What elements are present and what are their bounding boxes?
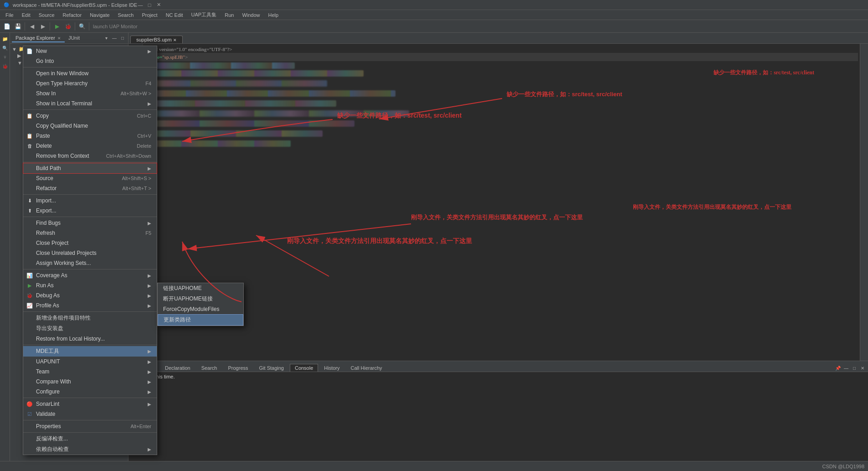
bottom-panel-minimize[interactable]: — (842, 364, 850, 372)
toolbar-new[interactable]: 📄 (2, 21, 12, 31)
ctx-copy[interactable]: 📋 Copy Ctrl+C (23, 111, 157, 121)
ctx-show-in[interactable]: Show In Alt+Shift+W > (23, 88, 157, 98)
ctx-show-local-terminal[interactable]: Show in Local Terminal ▶ (23, 98, 157, 109)
toolbar-search[interactable]: 🔍 (77, 21, 87, 31)
ctx-copy-qualified[interactable]: Copy Qualified Name (23, 121, 157, 131)
ctx-go-into[interactable]: Go Into (23, 56, 157, 66)
window-title: workspace - ttt/META-INF/supplierBS.upm … (13, 2, 137, 8)
maximize-button[interactable]: □ (146, 2, 153, 8)
menu-search[interactable]: Search (114, 11, 138, 19)
tab-junit[interactable]: JUnit (65, 34, 83, 42)
ctx-open-new-window[interactable]: Open in New Window (23, 68, 157, 78)
tab-git-staging[interactable]: Git Staging (254, 364, 289, 372)
panel-header: Package Explorer ✕ JUnit ▾ — □ (10, 33, 128, 44)
ctx-mde-tools[interactable]: MDE工具 ▶ (23, 346, 157, 357)
bottom-panel-maximize[interactable]: □ (851, 364, 858, 372)
ctx-export-disk[interactable]: 导出安装盘 (23, 323, 157, 334)
ctx-properties[interactable]: Properties Alt+Enter (23, 421, 157, 431)
activity-search[interactable]: 🔍 (1, 44, 9, 52)
ctx-uapunit[interactable]: UAPUNIT ▶ (23, 357, 157, 367)
toolbar-run[interactable]: ▶ (52, 21, 62, 31)
ctx-new-biz-component[interactable]: 新增业务组件项目特性 (23, 313, 157, 323)
menu-project[interactable]: Project (138, 11, 161, 19)
close-button[interactable]: ✕ (155, 2, 162, 8)
ctx-sep-7 (23, 311, 157, 312)
ctx-team[interactable]: Team ▶ (23, 367, 157, 377)
tab-search[interactable]: Search (196, 364, 222, 372)
activity-debug[interactable]: 🐞 (1, 62, 9, 70)
ctx-close-project[interactable]: Close Project (23, 238, 157, 248)
ctx-remove-context[interactable]: Remove from Context Ctrl+Alt+Shift+Down (23, 151, 157, 161)
ctx-sonarlint[interactable]: 🔴 SonarLint ▶ (23, 399, 157, 409)
code-line-5 (145, 80, 858, 88)
ctx-open-type-hierarchy[interactable]: Open Type Hierarchy F4 (23, 78, 157, 88)
close-editor-tab[interactable]: ✕ (173, 38, 177, 42)
ctx-delete[interactable]: 🗑 Delete Delete (23, 141, 157, 151)
menu-refactor[interactable]: Refactor (59, 11, 86, 19)
bottom-panel-close[interactable]: ✕ (859, 364, 866, 372)
ctx-decompile-check[interactable]: 反编译检查... (23, 434, 157, 444)
tab-call-hierarchy[interactable]: Call Hierarchy (346, 364, 387, 372)
ctx-refresh[interactable]: Refresh F5 (23, 228, 157, 238)
menu-run[interactable]: Run (221, 11, 237, 19)
window-controls[interactable]: — □ ✕ (137, 2, 162, 8)
menu-uap-tools[interactable]: UAP工具集 (188, 10, 221, 19)
toolbar-save[interactable]: 💾 (13, 21, 23, 31)
tab-progress[interactable]: Progress (223, 364, 253, 372)
ctx-coverage-as[interactable]: 📊 Coverage As ▶ (23, 270, 157, 280)
menu-window[interactable]: Window (238, 11, 263, 19)
menu-edit[interactable]: Edit (18, 11, 34, 19)
ctx-compare-with[interactable]: Compare With ▶ (23, 377, 157, 387)
ctx-close-unrelated[interactable]: Close Unrelated Projects (23, 248, 157, 258)
ctx-debug-as[interactable]: 🐞 Debug As ▶ (23, 290, 157, 300)
menu-navigate[interactable]: Navigate (86, 11, 113, 19)
menu-source[interactable]: Source (35, 11, 58, 19)
tab-history[interactable]: History (319, 364, 344, 372)
ctx-paste[interactable]: 📋 Paste Ctrl+V (23, 131, 157, 141)
status-right: CSDN @LDQ1998 (822, 464, 864, 469)
ctx-build-path[interactable]: Build Path ▶ (23, 163, 157, 173)
ctx-configure[interactable]: Configure ▶ (23, 387, 157, 397)
ctx-assign-working-sets[interactable]: Assign Working Sets... (23, 258, 157, 268)
ctx-dependency-check[interactable]: 依赖自动检查 ▶ (23, 444, 157, 455)
editor-tab-active[interactable]: supplierBS.upm ✕ (130, 36, 183, 43)
menu-file[interactable]: File (2, 11, 17, 19)
panel-minimize[interactable]: — (111, 35, 118, 42)
ctx-restore-history[interactable]: Restore from Local History... (23, 334, 157, 344)
minimize-button[interactable]: — (137, 2, 144, 8)
ctx-sep-10 (23, 420, 157, 420)
code-line-7 (145, 100, 858, 109)
close-pkg-tab[interactable]: ✕ (57, 36, 61, 41)
submenu-update-classpath[interactable]: 更新类路径 (158, 314, 243, 326)
menu-help[interactable]: Help (265, 11, 282, 19)
panel-maximize[interactable]: □ (119, 35, 126, 42)
bottom-panel-pin[interactable]: 📌 (834, 364, 842, 372)
submenu-link-uaphome[interactable]: 链接UAPHOME (158, 283, 243, 294)
activity-pkg-explorer[interactable]: 📁 (1, 35, 9, 43)
toolbar-debug[interactable]: 🐞 (63, 21, 73, 31)
toolbar-launch-label: launch UAP Monitor (93, 24, 138, 29)
panel-collapse[interactable]: ▾ (103, 35, 110, 42)
ctx-import[interactable]: ⬇ Import... (23, 196, 157, 206)
ctx-find-bugs[interactable]: Find Bugs ▶ (23, 218, 157, 228)
ctx-profile-as[interactable]: 📈 Profile As ▶ (23, 300, 157, 311)
ctx-refactor[interactable]: Refactor Alt+Shift+T > (23, 183, 157, 193)
ctx-source[interactable]: Source Alt+Shift+S > (23, 173, 157, 183)
menu-nc-edit[interactable]: NC Edit (162, 11, 187, 19)
toolbar-back[interactable]: ◀ (27, 21, 37, 31)
ctx-validate[interactable]: ☑ Validate (23, 409, 157, 419)
editor-scrollbar[interactable] (860, 44, 868, 361)
ctx-new[interactable]: 📄 New ▶ (23, 46, 157, 56)
toolbar-forward[interactable]: ▶ (38, 21, 48, 31)
tab-package-explorer[interactable]: Package Explorer ✕ (12, 34, 65, 42)
submenu-force-copy[interactable]: ForceCopyModuleFiles (158, 304, 243, 314)
code-text-area[interactable]: <?xml version="1.0" encoding="UTF-8"?> n… (143, 44, 860, 361)
activity-git[interactable]: ⑂ (1, 53, 9, 61)
ctx-sep-9 (23, 398, 157, 398)
tab-console[interactable]: Console (290, 364, 318, 372)
tab-declaration[interactable]: Declaration (160, 364, 195, 372)
activity-bar: 📁 🔍 ⑂ 🐞 (0, 33, 10, 461)
submenu-unlink-uaphome[interactable]: 断开UAPHOME链接 (158, 294, 243, 304)
ctx-run-as[interactable]: ▶ Run As ▶ (23, 280, 157, 290)
ctx-export[interactable]: ⬆ Export... (23, 206, 157, 216)
